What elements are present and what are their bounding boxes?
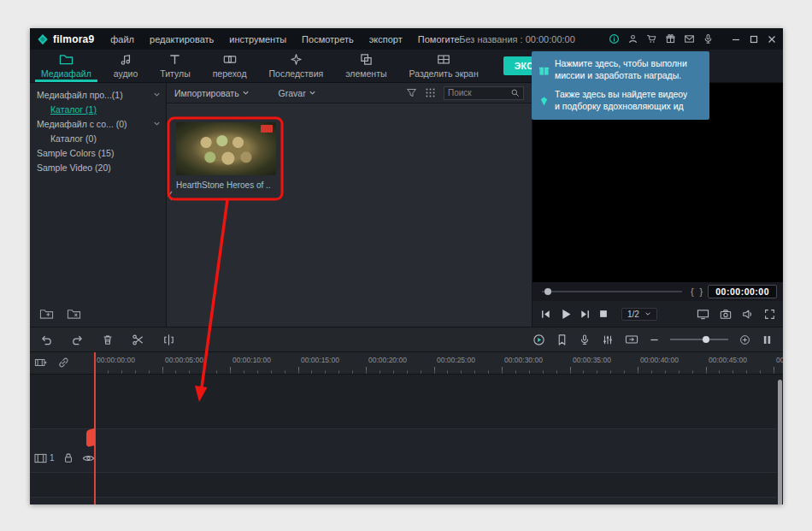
zoom-in-icon[interactable]	[739, 334, 750, 345]
search-box	[444, 86, 524, 100]
eye-visibility-icon[interactable]	[82, 453, 95, 463]
voiceover-mic-icon[interactable]	[579, 333, 591, 346]
mark-in-button[interactable]: {	[690, 286, 695, 297]
cart-icon[interactable]	[646, 33, 657, 44]
scissors-icon[interactable]	[132, 333, 144, 346]
tab-titles[interactable]: Титулы	[149, 50, 201, 82]
media-clip-hearthstone[interactable]: HearthStone Heroes of ..	[176, 122, 276, 190]
manage-tracks-icon[interactable]	[34, 357, 48, 369]
close-button[interactable]	[768, 35, 776, 44]
redo-icon[interactable]	[71, 333, 84, 346]
timeline-zoom-slider[interactable]	[670, 339, 728, 340]
tree-item-catalog-1[interactable]: Каталог (1)	[30, 102, 166, 116]
tree-item-sample-colors[interactable]: Sample Colors (15)	[30, 145, 166, 160]
ruler-label: 00:00:20:00	[368, 356, 407, 364]
playback-quality-dropdown[interactable]: 1/2	[621, 308, 657, 321]
delete-icon[interactable]	[102, 333, 114, 346]
ruler-label: 00:00:00:00	[97, 356, 135, 364]
tree-item-project-media[interactable]: Медиафайл про...(1)	[30, 87, 166, 102]
account-icon[interactable]	[627, 33, 638, 44]
ruler-label: 00:00:45:00	[709, 356, 747, 364]
tab-label-effects: Последствия	[269, 68, 324, 79]
marker-icon[interactable]	[556, 333, 568, 346]
split-screen-icon	[437, 53, 450, 66]
maximize-button[interactable]	[750, 35, 758, 44]
tab-split-screen[interactable]: Разделить экран	[398, 50, 490, 82]
microphone-icon[interactable]	[703, 33, 714, 44]
play-icon[interactable]	[559, 308, 572, 321]
tree-item-label: Каталог (0)	[50, 133, 97, 144]
snapshot-camera-icon[interactable]	[720, 309, 732, 320]
preview-seek-slider[interactable]	[542, 291, 682, 292]
render-preview-icon[interactable]	[533, 333, 545, 346]
video-track[interactable]	[30, 428, 777, 473]
tree-item-sample-video[interactable]: Sample Video (20)	[30, 160, 166, 174]
video-track-number: 1	[50, 453, 55, 463]
playhead-handle[interactable]	[86, 428, 95, 447]
lock-icon[interactable]	[63, 452, 74, 463]
menu-item-export[interactable]: экспорт	[362, 34, 410, 44]
export-frame-icon[interactable]	[625, 333, 638, 345]
mail-icon[interactable]	[684, 33, 695, 44]
clip-thumbnail[interactable]	[176, 122, 276, 175]
tree-item-label: Медиафайл с со... (0)	[37, 119, 127, 129]
app-logo: filmora9	[30, 33, 103, 45]
import-dropdown[interactable]: Импортировать	[174, 88, 250, 98]
zoom-out-icon[interactable]	[650, 335, 659, 345]
grid-view-icon[interactable]	[425, 87, 436, 98]
text-tool-icon	[168, 53, 181, 66]
chevron-down-icon[interactable]	[153, 91, 161, 98]
tab-label-audio: аудио	[114, 68, 138, 79]
timeline-vertical-scrollbar[interactable]	[778, 380, 782, 504]
record-label: Gravar	[279, 88, 306, 98]
filter-icon[interactable]	[406, 87, 417, 98]
crop-trim-icon[interactable]	[162, 333, 175, 346]
zoom-slider-handle[interactable]	[703, 336, 709, 343]
search-input[interactable]	[448, 88, 508, 97]
tree-item-label: Sample Colors (15)	[37, 148, 114, 158]
info-icon[interactable]	[609, 33, 620, 44]
tree-item-shared-media[interactable]: Медиафайл с со... (0)	[30, 116, 166, 131]
stop-icon[interactable]	[598, 309, 609, 319]
record-dropdown[interactable]: Gravar	[279, 88, 316, 98]
tab-effects[interactable]: Последствия	[258, 50, 335, 82]
tab-label-transitions: переход	[213, 68, 247, 79]
quality-value: 1/2	[627, 310, 639, 319]
ruler-label: 00:00:10:00	[232, 356, 271, 364]
tree-item-catalog-0[interactable]: Каталог (0)	[30, 131, 166, 145]
tab-audio[interactable]: аудио	[103, 50, 149, 82]
audio-mixer-icon[interactable]	[602, 333, 614, 346]
display-settings-icon[interactable]	[697, 309, 709, 320]
undo-icon[interactable]	[40, 333, 53, 346]
tab-transitions[interactable]: переход	[202, 50, 258, 82]
menu-item-file[interactable]: файл	[103, 34, 142, 44]
volume-icon[interactable]	[742, 309, 754, 320]
timeline-ruler[interactable]: 00:00:00:00 00:00:05:00 00:00:10:00 00:0…	[30, 352, 783, 375]
tab-elements[interactable]: элементы	[334, 50, 397, 82]
tab-media[interactable]: Медиафайл	[30, 50, 103, 82]
link-clips-icon[interactable]	[57, 357, 70, 369]
search-icon[interactable]	[510, 88, 520, 97]
tree-item-label: Sample Video (20)	[37, 162, 111, 173]
minimize-button[interactable]	[732, 35, 740, 44]
brand-name: filmora9	[53, 33, 94, 45]
mark-out-button[interactable]: }	[699, 286, 704, 297]
previous-frame-icon[interactable]	[540, 309, 551, 320]
next-frame-icon[interactable]	[580, 309, 591, 320]
menu-bar: filmora9 файл редактировать инструменты …	[30, 28, 783, 50]
fullscreen-icon[interactable]	[764, 309, 775, 320]
menu-item-view[interactable]: Посмотреть	[294, 34, 362, 44]
track-height-icon[interactable]	[762, 334, 773, 345]
timeline: 00:00:00:00 00:00:05:00 00:00:10:00 00:0…	[30, 352, 783, 504]
seek-handle[interactable]	[544, 288, 551, 295]
folder-icon	[59, 53, 74, 66]
collapse-sidebar-icon[interactable]	[167, 191, 174, 201]
new-folder-icon[interactable]	[39, 307, 54, 320]
menu-item-tools[interactable]: инструменты	[221, 34, 294, 44]
chevron-down-icon[interactable]	[153, 120, 161, 127]
gift-icon[interactable]	[665, 33, 676, 44]
timeline-toolbar	[30, 327, 783, 352]
delete-folder-icon[interactable]	[67, 307, 81, 320]
menu-item-edit[interactable]: редактировать	[142, 34, 221, 44]
audio-track[interactable]	[30, 497, 777, 504]
